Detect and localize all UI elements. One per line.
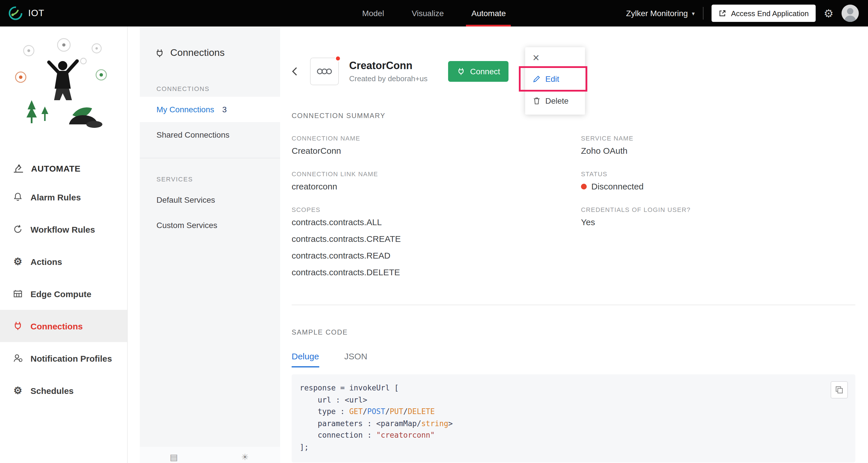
options-popup: × Edit	[525, 47, 585, 115]
org-selector[interactable]: Zylker Monitoring ▾	[626, 9, 695, 18]
sidebar-item-label: Notification Profiles	[30, 353, 112, 363]
panel-item-shared-connections[interactable]: Shared Connections	[140, 122, 280, 147]
actions-gear-icon: ⚙	[13, 257, 23, 266]
code-lines: response = invokeUrl [ url : <url> type …	[300, 382, 847, 453]
red-badge-dot	[335, 55, 341, 62]
connection-type-card	[310, 58, 339, 85]
chevron-down-icon: ▾	[692, 10, 695, 17]
panel-header: Connections	[140, 27, 280, 70]
sidebar-item-edge-compute[interactable]: Edge Compute	[0, 278, 127, 310]
scope-value: contracts.contracts.ALL	[291, 217, 581, 227]
sidebar-item-label: Actions	[30, 257, 62, 266]
tab-visualize[interactable]: Visualize	[411, 0, 444, 27]
my-connections-count: 3	[222, 105, 227, 114]
sidebar-item-workflow-rules[interactable]: Workflow Rules	[0, 213, 127, 245]
schedules-gear-icon: ⚙	[13, 385, 23, 395]
edge-compute-icon	[13, 289, 23, 299]
layout-gap	[128, 27, 140, 463]
sidebar-item-schedules[interactable]: ⚙ Schedules	[0, 374, 127, 407]
connection-header: CreatorConn Created by deborah+us Connec…	[291, 58, 855, 85]
main-content: CreatorConn Created by deborah+us Connec…	[280, 27, 868, 463]
connect-button[interactable]: Connect	[448, 61, 508, 82]
tab-deluge[interactable]: Deluge	[291, 351, 319, 368]
copy-icon	[835, 385, 844, 395]
external-link-icon	[718, 9, 726, 17]
scope-value: contracts.contracts.CREATE	[291, 234, 581, 243]
avatar-silhouette	[847, 8, 853, 15]
sidebar-item-label: Connections	[30, 321, 83, 331]
brand: IOT	[0, 6, 44, 21]
panel-item-label: My Connections	[156, 105, 214, 114]
sidebar-item-label: Workflow Rules	[30, 224, 95, 234]
zoho-iot-logo-icon	[8, 6, 23, 21]
user-avatar[interactable]	[841, 5, 859, 22]
topbar-divider	[703, 7, 704, 20]
connect-plug-icon	[457, 67, 465, 76]
sidebar: AUTOMATE Alarm Rules W	[0, 27, 128, 463]
tab-json[interactable]: JSON	[344, 351, 367, 368]
panel-section-connections-title: CONNECTIONS	[140, 85, 280, 92]
panel-notes-icon[interactable]: ▤	[170, 453, 178, 461]
section-divider	[291, 305, 855, 305]
panel-item-my-connections[interactable]: My Connections 3	[140, 97, 280, 122]
scope-value: contracts.contracts.READ	[291, 251, 581, 260]
field-service-name: SERVICE NAME Zoho OAuth	[581, 135, 855, 155]
bell-icon	[13, 192, 23, 202]
connections-panel: Connections CONNECTIONS My Connections 3…	[140, 27, 280, 463]
sidebar-item-label: Edge Compute	[30, 289, 91, 298]
panel-item-default-services[interactable]: Default Services	[140, 187, 280, 212]
code-line: type : GET/POST/PUT/DELETE	[300, 406, 847, 418]
page-title: CreatorConn	[349, 60, 427, 72]
panel-item-label: Custom Services	[156, 221, 217, 230]
topbar-right: Zylker Monitoring ▾ Access End Applicati…	[626, 5, 868, 22]
status-dot-icon	[581, 183, 587, 189]
copy-code-button[interactable]	[831, 381, 848, 399]
menu-item-delete[interactable]: Delete	[525, 90, 585, 112]
panel-footer: ▤ ☀	[140, 447, 280, 463]
panel-section-services-title: SERVICES	[140, 176, 280, 182]
sample-code-title: SAMPLE CODE	[291, 328, 855, 336]
workflow-cycle-icon	[13, 224, 23, 234]
field-credentials: CREDENTIALS OF LOGIN USER? Yes	[581, 206, 855, 284]
connect-button-label: Connect	[470, 67, 500, 76]
settings-gear-icon[interactable]: ⚙	[824, 8, 834, 19]
access-end-application-button[interactable]: Access End Application	[712, 5, 816, 22]
edit-pencil-icon	[533, 75, 541, 83]
back-chevron-icon[interactable]	[291, 67, 301, 76]
plug-icon	[13, 321, 23, 331]
connections-panel-icon	[155, 48, 164, 58]
menu-item-edit[interactable]: Edit	[525, 68, 585, 90]
sidebar-item-connections[interactable]: Connections	[0, 310, 127, 342]
sidebar-section-label: AUTOMATE	[31, 163, 81, 173]
panel-item-label: Default Services	[156, 195, 215, 204]
sidebar-item-label: Schedules	[30, 385, 74, 395]
code-line: response = invokeUrl [	[300, 382, 847, 394]
connection-rings-icon	[316, 66, 333, 77]
sidebar-item-label: Alarm Rules	[30, 192, 81, 202]
panel-title: Connections	[170, 47, 225, 59]
topbar: IOT Model Visualize Automate Zylker Moni…	[0, 0, 868, 27]
brightness-icon[interactable]: ☀	[241, 453, 249, 461]
automation-illustration	[0, 27, 127, 134]
app-window: IOT Model Visualize Automate Zylker Moni…	[0, 0, 868, 463]
sidebar-item-notification-profiles[interactable]: Notification Profiles	[0, 342, 127, 374]
code-line: connection : "creatorconn"	[300, 430, 847, 441]
sidebar-item-actions[interactable]: ⚙ Actions	[0, 245, 127, 278]
delete-label: Delete	[545, 96, 568, 106]
tab-model[interactable]: Model	[362, 0, 384, 27]
delete-trash-icon	[533, 97, 541, 105]
code-line: ];	[300, 441, 847, 453]
edit-label: Edit	[545, 74, 559, 84]
scope-value: contracts.contracts.DELETE	[291, 267, 581, 277]
field-connection-link-name: CONNECTION LINK NAME creatorconn	[291, 170, 581, 191]
code-block: response = invokeUrl [ url : <url> type …	[291, 374, 855, 462]
panel-divider	[140, 158, 280, 158]
connection-title-block: CreatorConn Created by deborah+us	[349, 60, 427, 83]
sidebar-item-alarm-rules[interactable]: Alarm Rules	[0, 181, 127, 213]
created-by-subtitle: Created by deborah+us	[349, 74, 427, 83]
status-value: Disconnected	[591, 181, 644, 191]
close-x-icon[interactable]: ×	[525, 47, 585, 68]
connection-summary-grid: CONNECTION NAME CreatorConn SERVICE NAME…	[291, 135, 855, 284]
tab-automate[interactable]: Automate	[471, 0, 506, 27]
panel-item-custom-services[interactable]: Custom Services	[140, 212, 280, 238]
